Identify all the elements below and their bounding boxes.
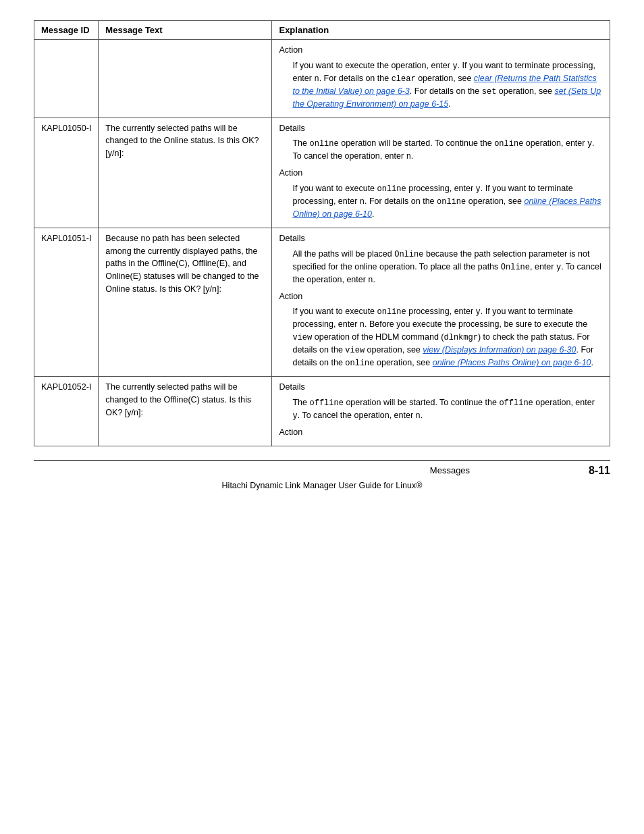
explanation-cell: Details The online operation will be sta… (272, 118, 610, 228)
col-header-explanation: Explanation (272, 21, 610, 40)
table-row: Action If you want to execute the operat… (34, 40, 610, 118)
code-n: n (406, 152, 411, 161)
msg-id-cell: KAPL01051-I (34, 228, 99, 377)
footer-center: Messages (311, 465, 589, 475)
code-y: y (476, 307, 481, 317)
action-content: If you want to execute the operation, en… (292, 59, 603, 111)
code-online4: online (345, 359, 374, 368)
action-content: If you want to execute online processing… (292, 182, 603, 221)
code-offline: offline (309, 398, 343, 408)
clear-link[interactable]: clear (Returns the Path Statistics to th… (292, 74, 596, 96)
footer: Messages 8-11 (34, 460, 610, 477)
code-n: n (314, 74, 319, 84)
code-online: online (309, 139, 338, 149)
code-y: y (587, 139, 592, 149)
code-online: Online (394, 250, 423, 259)
details-content: The online operation will be started. To… (292, 137, 603, 163)
code-y: y (452, 61, 457, 71)
code-online3: online (377, 307, 406, 317)
code-y: y (476, 184, 481, 194)
details-content: The offline operation will be started. T… (292, 396, 603, 422)
code-dlnkmgr: dlnkmgr (444, 333, 478, 342)
table-row: KAPL01050-I The currently selected paths… (34, 118, 610, 228)
details-label: Details (279, 232, 603, 245)
code-online2: online (494, 139, 523, 149)
msg-text-cell (99, 40, 272, 118)
code-n: n (360, 320, 365, 330)
msg-text-cell: Because no path has been selected among … (99, 228, 272, 377)
code-y: y (292, 411, 297, 421)
action-content: If you want to execute online processing… (292, 305, 603, 369)
code-offline2: offline (499, 398, 533, 408)
action-label: Action (279, 290, 603, 303)
action-label: Action (279, 167, 603, 180)
details-content: All the paths will be placed Online beca… (292, 248, 603, 286)
code-view2: view (345, 346, 365, 355)
msg-id-cell (34, 40, 99, 118)
code-online3: online (377, 184, 406, 194)
msg-id-cell: KAPL01050-I (34, 118, 99, 228)
footer-bottom: Hitachi Dynamic Link Manager User Guide … (34, 481, 610, 490)
action-label: Action (279, 426, 603, 439)
code-y: y (556, 263, 561, 272)
code-n: n (368, 276, 373, 285)
main-table: Message ID Message Text Explanation Acti… (34, 20, 610, 446)
msg-text-cell: The currently selected paths will be cha… (99, 118, 272, 228)
page-number: 8-11 (589, 465, 610, 477)
table-row: KAPL01052-I The currently selected paths… (34, 377, 610, 446)
explanation-cell: Action If you want to execute the operat… (272, 40, 610, 118)
code-n: n (360, 197, 365, 207)
explanation-cell: Details The offline operation will be st… (272, 377, 610, 446)
details-label: Details (279, 122, 603, 135)
table-row: KAPL01051-I Because no path has been sel… (34, 228, 610, 377)
action-label: Action (279, 44, 603, 57)
code-online2: Online (501, 263, 530, 272)
msg-id-cell: KAPL01052-I (34, 377, 99, 446)
view-link[interactable]: view (Displays Information) on page 6-30 (423, 345, 576, 355)
explanation-cell: Details All the paths will be placed Onl… (272, 228, 610, 377)
details-label: Details (279, 381, 603, 394)
code-view: view (292, 333, 312, 342)
online-link-2[interactable]: online (Places Paths Online) on page 6-1… (433, 358, 591, 367)
code-n: n (416, 411, 421, 421)
code-online4: online (437, 197, 466, 207)
page-content: Message ID Message Text Explanation Acti… (34, 20, 610, 490)
code-set: set (482, 87, 497, 97)
col-header-message-text: Message Text (99, 21, 272, 40)
code-clear: clear (392, 74, 416, 84)
col-header-message-id: Message ID (34, 21, 99, 40)
msg-text-cell: The currently selected paths will be cha… (99, 377, 272, 446)
